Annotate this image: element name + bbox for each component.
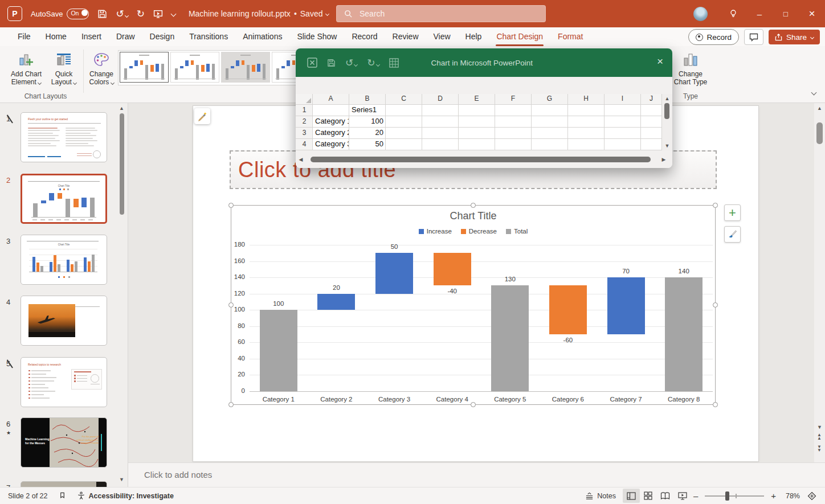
scroll-down-icon[interactable]: ▼ [119,477,124,482]
bar-category-4[interactable] [434,253,471,285]
slide-thumbnail-1[interactable]: Flesh your outline to get started [21,112,107,162]
chart-styles-button[interactable] [724,226,741,243]
selection-handle[interactable] [471,203,476,208]
cell-B4[interactable]: 50 [349,139,386,150]
tab-transitions[interactable]: Transitions [182,27,235,46]
close-button[interactable]: × [799,0,825,27]
scrollbar-thumb[interactable] [664,103,669,119]
minimize-button[interactable]: – [746,0,773,27]
tab-record[interactable]: Record [344,27,385,46]
cell-C2[interactable] [386,116,422,128]
cell-G1[interactable] [532,105,568,116]
tab-home[interactable]: Home [38,27,74,46]
tab-review[interactable]: Review [385,27,426,46]
selection-handle[interactable] [228,302,234,308]
undo-icon[interactable]: ↺ [345,57,357,69]
zoom-level[interactable]: 78% [778,492,803,500]
normal-view-button[interactable] [623,489,640,503]
chart-title[interactable]: Chart Title [231,210,715,222]
cell-I1[interactable] [605,105,641,116]
tab-animations[interactable]: Animations [235,27,289,46]
cell-I2[interactable] [605,116,641,128]
column-header-B[interactable]: B [349,94,386,105]
autosave-toggle[interactable]: On [67,9,89,19]
zoom-slider[interactable] [705,491,764,501]
scroll-up-icon[interactable]: ▲ [817,105,822,111]
chart-data-window[interactable]: ↺ ↻ Chart in Microsoft PowerPoint × ABCD… [296,48,672,168]
bar-category-5[interactable] [491,285,529,391]
cell-F3[interactable] [495,128,532,139]
fit-to-window-button[interactable] [803,489,820,503]
slide-scrollbar[interactable]: ▲ ▼ ▲▲ ▼▼ [814,103,825,462]
tab-view[interactable]: View [426,27,458,46]
notes-toggle-button[interactable]: Notes [578,492,623,500]
designer-button[interactable] [194,108,210,124]
spreadsheet[interactable]: ABCDEFGHIJ1Series12Category 11003Categor… [296,94,672,150]
column-header-F[interactable]: F [495,94,532,105]
cell-D2[interactable] [422,116,459,128]
next-slide-button[interactable]: ▼▼ [817,445,822,452]
slide-thumbnail-5[interactable]: Related topics to research [21,357,107,407]
chart-object[interactable]: Chart Title IncreaseDecreaseTotal 020406… [231,205,716,405]
document-title[interactable]: Machine learning rollout.pptx • Saved [189,9,329,18]
zoom-slider-thumb[interactable] [725,491,729,501]
chart-style-option-2[interactable] [170,52,219,83]
cell-D3[interactable] [422,128,459,139]
slide-thumbnail-3[interactable]: Chart Title [21,235,107,285]
scrollbar-thumb[interactable] [311,157,651,162]
selection-handle[interactable] [228,203,234,208]
redo-icon[interactable]: ↻ [137,9,145,19]
cell-F1[interactable] [495,105,532,116]
scroll-right-icon[interactable]: ▶ [655,157,672,162]
notes-pane[interactable]: Click to add notes [128,462,825,487]
cell-J2[interactable] [641,116,662,128]
change-chart-type-button[interactable]: Change Chart Type [673,49,708,91]
slide-sorter-view-button[interactable] [640,489,657,503]
selection-handle[interactable] [713,203,718,208]
cell-D4[interactable] [422,139,459,150]
column-header-E[interactable]: E [459,94,495,105]
change-colors-button[interactable]: Change Colors [87,49,116,91]
legend-item-decrease[interactable]: Decrease [461,228,497,235]
column-header-I[interactable]: I [605,94,641,105]
tab-chart-design[interactable]: Chart Design [489,27,550,46]
cell-G3[interactable] [532,128,568,139]
tab-design[interactable]: Design [142,27,182,46]
search-bar[interactable] [336,5,546,22]
cell-I3[interactable] [605,128,641,139]
cell-B2[interactable]: 100 [349,116,386,128]
tab-draw[interactable]: Draw [109,27,142,46]
excel-close-button[interactable]: × [657,55,663,68]
scroll-down-icon[interactable]: ▼ [817,424,822,430]
excel-window-title-bar[interactable]: ↺ ↻ Chart in Microsoft PowerPoint × [296,48,672,77]
edit-in-excel-icon[interactable] [389,58,399,68]
cell-H3[interactable] [568,128,605,139]
cell-D1[interactable] [422,105,459,116]
bar-category-7[interactable] [607,277,645,334]
tab-help[interactable]: Help [458,27,489,46]
chart-legend[interactable]: IncreaseDecreaseTotal [231,228,715,235]
previous-slide-button[interactable]: ▲▲ [817,433,822,440]
cell-G4[interactable] [532,139,568,150]
cell-E4[interactable] [459,139,495,150]
legend-item-increase[interactable]: Increase [419,228,452,235]
cell-F2[interactable] [495,116,532,128]
bar-category-3[interactable] [375,253,413,293]
row-header-3[interactable]: 3 [296,128,313,139]
quick-access-toolbar-chevron-icon[interactable] [170,11,176,17]
cell-I4[interactable] [605,139,641,150]
legend-item-total[interactable]: Total [506,228,528,235]
cell-C1[interactable] [386,105,422,116]
chart-style-option-3[interactable] [221,52,270,83]
row-header-2[interactable]: 2 [296,116,313,128]
bar-category-2[interactable] [317,294,355,310]
cell-J1[interactable] [641,105,662,116]
select-all-corner[interactable] [296,94,313,105]
slideshow-view-button[interactable] [674,489,691,503]
share-button[interactable]: Share [769,30,820,44]
cell-A3[interactable]: Category 2 [313,128,349,139]
collapse-ribbon-icon[interactable] [811,90,817,96]
cell-J4[interactable] [641,139,662,150]
start-slideshow-icon[interactable] [153,9,163,19]
row-header-4[interactable]: 4 [296,139,313,150]
